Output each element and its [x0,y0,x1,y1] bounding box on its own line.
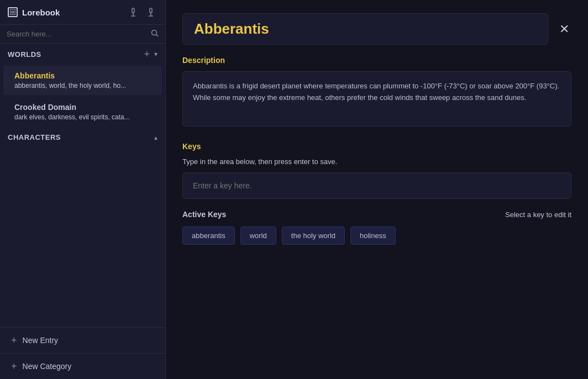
characters-label: Characters [8,133,154,141]
new-entry-plus-icon: + [11,335,17,345]
description-text: Abbarantis is a frigid desert planet whe… [193,81,561,104]
select-key-hint: Select a key to edit it [505,210,571,219]
entry-keys-abberantis: abberantis, world, the holy world, ho... [14,82,154,90]
svg-line-10 [156,35,159,37]
key-tag[interactable]: the holy world [282,227,345,245]
entry-item-crooked-domain[interactable]: Crooked Domain dark elves, darkness, evi… [3,97,162,127]
search-icon [151,29,159,39]
keys-input-box[interactable] [182,172,571,199]
key-tag[interactable]: abberantis [182,227,235,245]
new-category-button[interactable]: + New Category [0,354,165,379]
header-icons [127,7,158,18]
entry-name-abberantis: Abberantis [14,71,154,80]
active-keys-label: Active Keys [182,210,226,219]
new-entry-label: New Entry [23,336,59,345]
lorebook-icon [8,7,18,17]
active-keys-header: Active Keys Select a key to edit it [182,210,571,219]
app-title: Lorebook [22,8,60,17]
keys-section: Keys Type in the area below, then press … [182,142,571,245]
worlds-header-icons: + ▾ [143,49,158,59]
svg-rect-0 [10,9,15,15]
worlds-add-button[interactable]: + [143,49,151,59]
description-box: Abbarantis is a frigid desert planet whe… [182,71,571,127]
new-entry-button[interactable]: + New Entry [0,328,165,354]
worlds-label: Worlds [8,50,143,59]
sidebar-bottom: + New Entry + New Category [0,327,165,379]
svg-rect-3 [132,8,134,13]
svg-rect-6 [150,8,152,13]
sidebar: Lorebook [0,0,166,379]
description-section: Description Abbarantis is a frigid deser… [182,56,571,127]
search-bar [0,25,165,44]
pin-icon-2[interactable] [144,7,158,18]
description-section-label: Description [182,56,571,65]
key-tag[interactable]: holiness [350,227,396,245]
key-tag[interactable]: world [240,227,276,245]
keys-section-label: Keys [182,142,571,151]
keys-hint: Type in the area below, then press enter… [182,157,571,166]
new-category-plus-icon: + [11,361,17,371]
worlds-section-header[interactable]: Worlds + ▾ [0,44,165,65]
key-tags: abberantisworldthe holy worldholiness [182,227,571,245]
sidebar-logo: Lorebook [8,7,127,17]
entry-title: Abberantis [194,20,269,37]
svg-point-9 [152,30,157,35]
sidebar-header: Lorebook [0,0,165,25]
worlds-chevron-icon: ▾ [154,50,158,58]
key-input[interactable] [193,181,561,190]
entry-keys-crooked-domain: dark elves, darkness, evil spirits, cata… [14,113,154,121]
entry-header: Abberantis ✕ [182,13,571,45]
entry-title-box: Abberantis [182,13,548,45]
entry-item-abberantis[interactable]: Abberantis abberantis, world, the holy w… [3,66,162,95]
entry-name-crooked-domain: Crooked Domain [14,103,154,112]
new-category-label: New Category [23,362,72,371]
characters-section: Characters ▴ [0,128,165,327]
characters-chevron-icon: ▴ [154,134,158,141]
close-button[interactable]: ✕ [557,21,571,38]
pin-icon-1[interactable] [127,7,140,18]
characters-section-header[interactable]: Characters ▴ [0,128,165,147]
main-content: Abberantis ✕ Description Abbarantis is a… [166,0,588,379]
search-input[interactable] [7,30,146,38]
